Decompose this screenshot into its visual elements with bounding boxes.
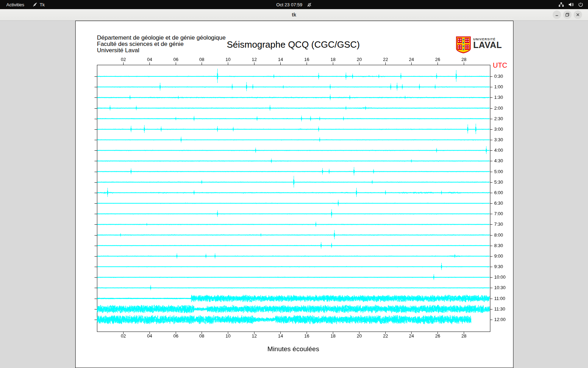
x-tick-label: 02 [121,57,126,62]
x-tick-label: 28 [461,57,466,62]
seismogram-plot [76,21,513,368]
x-tick-label: 10 [225,333,230,339]
x-tick-label: 08 [199,57,204,62]
x-tick-label: 10 [225,57,230,62]
x-tick-label: 18 [330,333,335,339]
x-axis-title: Minutes écoulées [267,345,319,353]
x-tick-label: 14 [278,57,283,62]
utc-time-label: 3:00 [494,127,503,132]
utc-time-label: 9:30 [494,264,503,269]
x-tick-label: 06 [173,57,178,62]
utc-time-label: 12:00 [494,317,506,322]
x-tick-label: 26 [435,333,440,339]
seismograph-canvas: Département de géologie et de génie géol… [75,21,513,368]
volume-icon [568,2,574,7]
app-menu[interactable]: Tk [28,0,49,9]
utc-time-label: 11:00 [494,296,505,301]
x-tick-label: 20 [357,57,362,62]
app-menu-label: Tk [40,2,44,7]
utc-time-label: 4:00 [494,148,503,153]
minimize-button[interactable] [553,11,561,19]
x-tick-label: 14 [278,333,283,339]
x-tick-label: 08 [199,333,204,339]
utc-time-label: 5:30 [494,179,503,185]
activities-label: Activities [6,2,24,7]
x-tick-label: 28 [461,333,466,339]
utc-time-label: 6:00 [494,190,503,195]
power-icon [578,2,583,7]
x-tick-label: 22 [383,57,388,62]
utc-time-label: 10:30 [494,285,506,290]
clock-label: Oct 23 07:59 [276,2,302,7]
gnome-top-bar: Activities Tk Oct 23 07:59 [0,0,588,9]
activities-button[interactable]: Activities [0,0,28,9]
utc-time-label: 3:30 [494,137,503,142]
system-tray[interactable] [559,0,583,9]
utc-time-label: 8:00 [494,232,503,238]
clock-menu[interactable]: Oct 23 07:59 [276,0,312,9]
x-tick-label: 24 [409,57,414,62]
utc-time-label: 1:00 [494,84,503,89]
x-tick-label: 16 [304,333,309,339]
network-icon [559,2,564,7]
x-tick-label: 02 [121,333,126,339]
utc-time-label: 10:00 [494,274,506,280]
notifications-off-icon [307,2,312,7]
window-title: tk [292,12,296,18]
x-tick-label: 12 [252,333,257,339]
utc-time-label: 11:30 [494,306,505,312]
utc-time-label: 6:30 [494,200,503,206]
x-tick-label: 04 [147,333,152,339]
utc-time-label: 0:30 [494,74,503,79]
close-button[interactable] [574,11,582,19]
tk-icon [33,2,37,7]
utc-time-label: 1:30 [494,95,503,100]
x-tick-label: 06 [173,333,178,339]
x-tick-label: 26 [435,57,440,62]
x-tick-label: 20 [357,333,362,339]
utc-time-label: 7:30 [494,222,503,227]
utc-time-label: 4:30 [494,158,503,163]
x-tick-label: 16 [304,57,309,62]
utc-time-label: 2:30 [494,116,503,121]
restore-button[interactable] [563,11,572,19]
x-tick-label: 04 [147,57,152,62]
tk-window-content: Département de géologie et de génie géol… [0,21,588,368]
utc-time-label: 9:00 [494,253,503,259]
utc-time-label: 2:00 [494,105,503,111]
x-tick-label: 12 [252,57,257,62]
x-tick-label: 22 [383,333,388,339]
utc-time-label: 7:00 [494,211,503,216]
x-tick-label: 18 [330,57,335,62]
utc-time-label: 5:00 [494,169,503,174]
window-titlebar[interactable]: tk [0,9,588,21]
utc-time-label: 8:30 [494,243,503,248]
x-tick-label: 24 [409,333,414,339]
